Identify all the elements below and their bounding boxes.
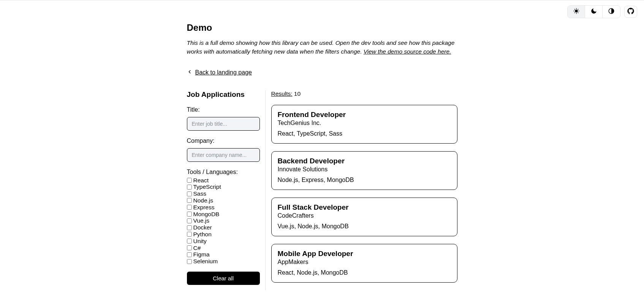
tool-checkbox[interactable] bbox=[187, 185, 192, 190]
back-to-landing-link[interactable]: Back to landing page bbox=[187, 69, 252, 76]
filters-sidebar: Job Applications Title: Company: Tools /… bbox=[187, 90, 266, 290]
tool-checkbox[interactable] bbox=[187, 212, 192, 217]
job-title: Backend Developer bbox=[278, 157, 451, 165]
tool-checkbox-row[interactable]: React bbox=[187, 177, 260, 184]
job-company: TechGenius Inc. bbox=[278, 120, 451, 126]
tool-checkbox[interactable] bbox=[187, 259, 192, 264]
tool-checkbox[interactable] bbox=[187, 252, 192, 257]
job-title: Mobile App Developer bbox=[278, 250, 451, 258]
tool-checkbox-label: Python bbox=[193, 231, 212, 238]
chevron-left-icon bbox=[187, 69, 192, 76]
page-title: Demo bbox=[187, 22, 457, 33]
tools-checkbox-list: ReactTypeScriptSassNode.jsExpressMongoDB… bbox=[187, 177, 260, 265]
tool-checkbox-label: Vue.js bbox=[193, 217, 210, 224]
github-icon bbox=[627, 8, 634, 16]
title-input[interactable] bbox=[187, 117, 260, 131]
job-skills: React, TypeScript, Sass bbox=[278, 130, 451, 137]
tool-checkbox-label: MongoDB bbox=[193, 211, 220, 218]
page-description: This is a full demo showing how this lib… bbox=[187, 38, 457, 56]
job-card[interactable]: Full Stack DeveloperCodeCraftersVue.js, … bbox=[271, 198, 457, 236]
job-skills: React, Node.js, MongoDB bbox=[278, 269, 451, 276]
tool-checkbox-row[interactable]: Figma bbox=[187, 251, 260, 258]
tool-checkbox-row[interactable]: Vue.js bbox=[187, 217, 260, 224]
tool-checkbox-row[interactable]: TypeScript bbox=[187, 183, 260, 190]
github-link[interactable] bbox=[624, 6, 637, 18]
tool-checkbox-label: C# bbox=[193, 245, 201, 251]
tool-checkbox-label: Node.js bbox=[193, 197, 214, 204]
tool-checkbox[interactable] bbox=[187, 218, 192, 223]
job-title: Full Stack Developer bbox=[278, 203, 451, 212]
tool-checkbox-row[interactable]: MongoDB bbox=[187, 211, 260, 218]
tool-checkbox-label: Figma bbox=[193, 251, 210, 258]
job-title: Frontend Developer bbox=[278, 111, 451, 119]
job-list: Frontend DeveloperTechGenius Inc.React, … bbox=[271, 105, 457, 283]
sun-icon bbox=[573, 8, 580, 16]
tool-checkbox[interactable] bbox=[187, 205, 192, 210]
results-panel: Results: 10 Frontend DeveloperTechGenius… bbox=[266, 90, 457, 290]
source-code-link[interactable]: View the demo source code here. bbox=[364, 48, 451, 55]
tool-checkbox-row[interactable]: Express bbox=[187, 204, 260, 211]
tool-checkbox-label: Express bbox=[193, 204, 215, 211]
back-link-text: Back to landing page bbox=[195, 69, 252, 76]
theme-auto-button[interactable] bbox=[603, 6, 620, 18]
svg-line-7 bbox=[574, 13, 575, 13]
tool-checkbox-label: TypeScript bbox=[193, 183, 221, 190]
tool-checkbox[interactable] bbox=[187, 191, 192, 196]
tool-checkbox[interactable] bbox=[187, 178, 192, 183]
tool-checkbox-row[interactable]: Python bbox=[187, 231, 260, 238]
tool-checkbox-label: Sass bbox=[193, 190, 206, 197]
tool-checkbox[interactable] bbox=[187, 232, 192, 237]
svg-point-0 bbox=[575, 10, 578, 12]
theme-toggle-group bbox=[567, 5, 620, 18]
job-company: AppMakers bbox=[278, 259, 451, 266]
contrast-icon bbox=[608, 8, 615, 16]
svg-line-5 bbox=[574, 9, 575, 10]
results-count: Results: 10 bbox=[271, 90, 457, 97]
results-count-value: 10 bbox=[294, 90, 301, 97]
clear-all-button[interactable]: Clear all bbox=[187, 272, 260, 285]
tool-checkbox-label: React bbox=[193, 177, 209, 184]
theme-toolbar bbox=[567, 5, 637, 18]
job-company: CodeCrafters bbox=[278, 212, 451, 219]
tool-checkbox[interactable] bbox=[187, 198, 192, 203]
svg-line-6 bbox=[578, 13, 578, 13]
tool-checkbox-row[interactable]: C# bbox=[187, 245, 260, 251]
tool-checkbox-label: Selenium bbox=[193, 258, 218, 265]
theme-dark-button[interactable] bbox=[585, 6, 603, 18]
job-skills: Vue.js, Node.js, MongoDB bbox=[278, 223, 451, 230]
sidebar-heading: Job Applications bbox=[187, 90, 260, 99]
tool-checkbox-row[interactable]: Unity bbox=[187, 238, 260, 245]
tool-checkbox-label: Docker bbox=[193, 224, 212, 231]
company-filter-label: Company: bbox=[187, 138, 260, 144]
results-count-label: Results: bbox=[271, 90, 293, 97]
job-skills: Node.js, Express, MongoDB bbox=[278, 177, 451, 183]
tools-filter-label: Tools / Languages: bbox=[187, 169, 260, 176]
theme-light-button[interactable] bbox=[568, 6, 585, 18]
company-input[interactable] bbox=[187, 148, 260, 162]
tool-checkbox-row[interactable]: Selenium bbox=[187, 258, 260, 265]
tool-checkbox[interactable] bbox=[187, 239, 192, 243]
tool-checkbox[interactable] bbox=[187, 225, 192, 230]
tool-checkbox[interactable] bbox=[187, 245, 192, 250]
tool-checkbox-row[interactable]: Sass bbox=[187, 190, 260, 197]
job-card[interactable]: Backend DeveloperInnovate SolutionsNode.… bbox=[271, 151, 457, 190]
job-card[interactable]: Mobile App DeveloperAppMakersReact, Node… bbox=[271, 244, 457, 283]
job-card[interactable]: Frontend DeveloperTechGenius Inc.React, … bbox=[271, 105, 457, 144]
tool-checkbox-row[interactable]: Node.js bbox=[187, 197, 260, 204]
tool-checkbox-row[interactable]: Docker bbox=[187, 224, 260, 231]
svg-line-8 bbox=[578, 9, 578, 10]
moon-icon bbox=[590, 8, 597, 16]
job-company: Innovate Solutions bbox=[278, 166, 451, 173]
tool-checkbox-label: Unity bbox=[193, 238, 207, 245]
title-filter-label: Title: bbox=[187, 106, 260, 113]
